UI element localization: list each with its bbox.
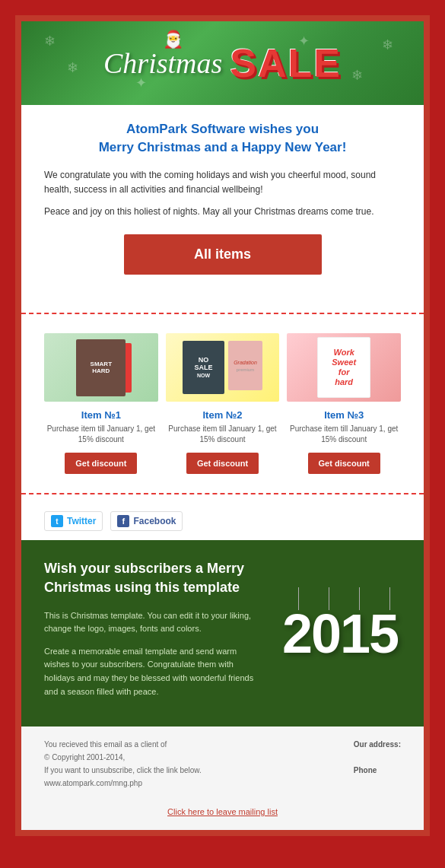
footer: You recieved this email as a client of ©… — [21, 727, 424, 801]
footer-left-line2: © Copyright 2001-2014, — [44, 753, 125, 761]
products-grid: SMARTHARD Item №1 Purchase item till Jan… — [44, 333, 401, 474]
footer-phone-label: Phone — [354, 766, 377, 774]
snowflake-4: ❄ — [351, 67, 363, 84]
email-container: ❄ ❄ ❄ ❄ ✦ ✦ 🎅 Christmas SALE AtomPark So… — [15, 15, 430, 836]
green-heading: Wish your subscribers a Merry Christmas … — [44, 559, 264, 597]
ornament-line-2 — [329, 587, 329, 610]
facebook-icon: f — [117, 515, 129, 527]
footer-left-line3: If you want to unsubscribe, click the li… — [44, 766, 202, 774]
banner-sale-text: SALE — [230, 40, 342, 86]
all-items-button[interactable]: All items — [124, 234, 322, 275]
product-item-3: WorkSweetforhard Item №3 Purchase item t… — [287, 333, 401, 474]
product-image-1: SMARTHARD — [44, 333, 158, 402]
social-section: t Twitter f Facebook — [21, 502, 424, 540]
get-discount-btn-3[interactable]: Get discount — [308, 453, 380, 474]
product-card-3: WorkSweetforhard — [317, 337, 370, 398]
product-item-1: SMARTHARD Item №1 Purchase item till Jan… — [44, 333, 158, 474]
product-item-2: NOSALENOW Gradation premium Item №2 Purc… — [166, 333, 280, 474]
ornament-line-4 — [389, 587, 390, 610]
product-image-2: NOSALENOW Gradation premium — [166, 333, 280, 402]
unsubscribe-section: Click here to leave mailing list — [21, 801, 424, 830]
headline: AtomPark Software wishes you Merry Chris… — [44, 120, 401, 157]
snowflake-2: ❄ — [67, 59, 78, 76]
product-card-2b: Gradation premium — [228, 341, 262, 390]
banner-christmas-text: Christmas — [103, 47, 222, 79]
product-1-number: Item №1 — [44, 409, 158, 421]
get-discount-btn-2[interactable]: Get discount — [186, 453, 259, 474]
footer-left: You recieved this email as a client of ©… — [44, 738, 202, 790]
year-text: 2015 — [282, 606, 398, 661]
product-2-number: Item №2 — [166, 409, 280, 421]
intro-paragraph-2: Peace and joy on this holiest of nights.… — [44, 205, 401, 219]
year-display: 2015 — [279, 606, 401, 661]
ornament-line-3 — [359, 587, 360, 610]
product-card-2a: NOSALENOW — [183, 341, 224, 394]
product-3-number: Item №3 — [287, 409, 401, 421]
green-paragraph-2: Create a memorable email template and se… — [44, 645, 264, 698]
footer-left-line1: You recieved this email as a client of — [44, 740, 167, 749]
footer-left-line4: www.atompark.com/mng.php — [44, 779, 142, 787]
twitter-button[interactable]: t Twitter — [44, 511, 103, 531]
twitter-icon: t — [51, 515, 63, 527]
product-3-desc: Purchase item till January 1, get 15% di… — [287, 424, 401, 445]
product-1-desc: Purchase item till January 1, get 15% di… — [44, 424, 158, 445]
green-paragraph-1: This is Christmas template. You can edit… — [44, 609, 264, 636]
green-text-col: Wish your subscribers a Merry Christmas … — [44, 559, 264, 707]
product-card-1: SMARTHARD — [76, 339, 126, 396]
product-image-3: WorkSweetforhard — [287, 333, 401, 402]
main-content: AtomPark Software wishes you Merry Chris… — [21, 105, 424, 305]
unsubscribe-link[interactable]: Click here to leave mailing list — [21, 801, 424, 822]
green-section: Wish your subscribers a Merry Christmas … — [21, 540, 424, 727]
facebook-label: Facebook — [133, 516, 176, 526]
facebook-button[interactable]: f Facebook — [110, 511, 183, 531]
divider-bottom — [21, 493, 424, 494]
intro-paragraph-1: We congratulate you with the coming holi… — [44, 168, 401, 197]
footer-right: Our address: Phone — [354, 738, 401, 790]
snowflake-3: ❄ — [382, 37, 393, 53]
banner: ❄ ❄ ❄ ❄ ✦ ✦ 🎅 Christmas SALE — [21, 21, 424, 105]
products-section: SMARTHARD Item №1 Purchase item till Jan… — [21, 322, 424, 485]
product-2-desc: Purchase item till January 1, get 15% di… — [166, 424, 280, 445]
ornament-line-1 — [298, 587, 299, 610]
footer-address-label: Our address: — [354, 740, 401, 749]
divider-top — [21, 313, 424, 314]
snowflake-1: ❄ — [44, 33, 56, 49]
get-discount-btn-1[interactable]: Get discount — [65, 453, 137, 474]
twitter-label: Twitter — [67, 516, 96, 526]
